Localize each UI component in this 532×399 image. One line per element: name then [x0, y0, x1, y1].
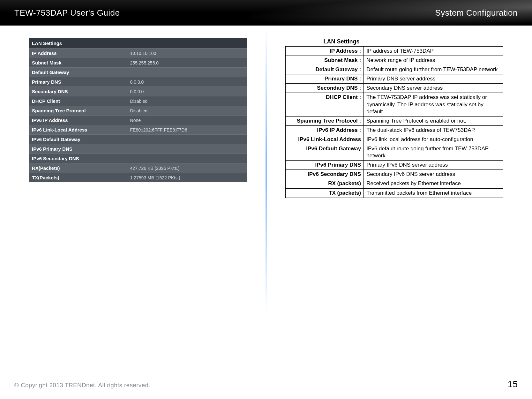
page-body: LAN Settings IP Address10.10.10.100Subne…	[0, 26, 532, 370]
lan-row-value: 255.255.255.0	[127, 58, 247, 68]
lan-row-value	[127, 135, 247, 144]
descriptions-title: LAN Settings	[324, 38, 504, 45]
left-column: LAN Settings IP Address10.10.10.100Subne…	[29, 38, 265, 370]
desc-row-value: Received packets by Ethernet interface	[364, 179, 503, 188]
desc-row-key: TX (packets)	[285, 188, 364, 198]
lan-row-value: Disabled	[127, 96, 247, 106]
lan-row-label: IPv6 IP Address	[29, 116, 127, 125]
desc-row: DHCP Client :The TEW-753DAP IP address w…	[285, 93, 503, 116]
lan-settings-panel: LAN Settings IP Address10.10.10.100Subne…	[29, 38, 247, 182]
desc-row-value: Network range of IP address	[364, 56, 503, 65]
desc-row-key: Spanning Tree Protocol :	[285, 116, 364, 125]
desc-row-value: Spanning Tree Protocol is enabled or not…	[364, 116, 503, 125]
lan-row-value: 1.27593 MB (1522 PKts.)	[127, 173, 247, 183]
lan-row: IPv6 Primary DNS	[29, 144, 247, 154]
lan-row: RX(Packets)427.726 KB (2395 PKts.)	[29, 163, 247, 173]
lan-row: Primary DNS0.0.0.0	[29, 77, 247, 87]
desc-row-key: IPv6 IP Address :	[285, 125, 364, 135]
lan-row-label: IPv6 Secondary DNS	[29, 154, 127, 163]
lan-row-value: None	[127, 116, 247, 125]
lan-row-value	[127, 154, 247, 163]
desc-row-key: IPv6 Secondary DNS	[285, 170, 364, 179]
desc-row-key: IPv6 Primary DNS	[285, 161, 364, 170]
lan-row-label: IP Address	[29, 49, 127, 58]
desc-row-key: Primary DNS :	[285, 74, 364, 84]
desc-row: IPv6 IP Address :The dual-stack IPv6 add…	[285, 125, 503, 135]
lan-row-label: Subnet Mask	[29, 58, 127, 68]
lan-row-value	[127, 68, 247, 77]
desc-row-value: The dual-stack IPv6 address of TEW753DAP…	[364, 125, 503, 135]
lan-row-label: IPv6 Primary DNS	[29, 144, 127, 154]
lan-row-value: FE80::202:6FFF:FEE8:F7D6	[127, 125, 247, 135]
desc-row: TX (packets)Transmitted packets from Eth…	[285, 188, 503, 198]
desc-row-key: IP Address :	[285, 47, 364, 56]
lan-row: IPv6 Link-Local AddressFE80::202:6FFF:FE…	[29, 125, 247, 135]
lan-row-value: 427.726 KB (2395 PKts.)	[127, 163, 247, 173]
lan-row-label: Spanning Tree Protocol	[29, 106, 127, 116]
lan-row-label: RX(Packets)	[29, 163, 127, 173]
copyright: © Copyright 2013 TRENDnet. All rights re…	[14, 382, 150, 389]
lan-row-label: Secondary DNS	[29, 87, 127, 96]
desc-row-value: IP address of TEW-753DAP	[364, 47, 503, 56]
page-number: 15	[508, 379, 518, 389]
desc-row-key: DHCP Client :	[285, 93, 364, 116]
lan-row-label: DHCP Client	[29, 96, 127, 106]
lan-row: Subnet Mask255.255.255.0	[29, 58, 247, 68]
desc-row-value: Primary IPv6 DNS server address	[364, 161, 503, 170]
desc-row: Secondary DNS :Secondary DNS server addr…	[285, 84, 503, 93]
desc-row-value: Secondary DNS server address	[364, 84, 503, 93]
doc-title: TEW-753DAP User's Guide	[14, 8, 120, 18]
desc-row-key: Default Gateway :	[285, 65, 364, 74]
lan-row-value: Disabled	[127, 106, 247, 116]
desc-row-key: Subnet Mask :	[285, 56, 364, 65]
desc-row: IP Address :IP address of TEW-753DAP	[285, 47, 503, 56]
lan-row: TX(Packets)1.27593 MB (1522 PKts.)	[29, 173, 247, 183]
desc-row-value: IPv6 default route going further from TE…	[364, 144, 503, 161]
page-footer: © Copyright 2013 TRENDnet. All rights re…	[14, 377, 518, 389]
desc-row-key: IPv6 Link-Local Address	[285, 135, 364, 144]
lan-row: Spanning Tree ProtocolDisabled	[29, 106, 247, 116]
lan-row-label: IPv6 Link-Local Address	[29, 125, 127, 135]
desc-row: Primary DNS :Primary DNS server address	[285, 74, 503, 84]
lan-row: IPv6 Secondary DNS	[29, 154, 247, 163]
lan-row-label: IPv6 Default Gateway	[29, 135, 127, 144]
section-title: System Configuration	[435, 8, 518, 18]
desc-row: IPv6 Primary DNSPrimary IPv6 DNS server …	[285, 161, 503, 170]
desc-row: Subnet Mask :Network range of IP address	[285, 56, 503, 65]
lan-row-value	[127, 144, 247, 154]
desc-row: Spanning Tree Protocol :Spanning Tree Pr…	[285, 116, 503, 125]
desc-row: IPv6 Secondary DNSSecondary IPv6 DNS ser…	[285, 170, 503, 179]
desc-row-value: Transmitted packets from Ethernet interf…	[364, 188, 503, 198]
desc-row-value: Primary DNS server address	[364, 74, 503, 84]
lan-row: Secondary DNS0.0.0.0	[29, 87, 247, 96]
desc-row: Default Gateway :Default route going fur…	[285, 65, 503, 74]
lan-row-value: 0.0.0.0	[127, 77, 247, 87]
lan-row-label: Primary DNS	[29, 77, 127, 87]
desc-row-key: RX (packets)	[285, 179, 364, 188]
lan-row-label: TX(Packets)	[29, 173, 127, 183]
lan-row: DHCP ClientDisabled	[29, 96, 247, 106]
lan-row: IP Address10.10.10.100	[29, 49, 247, 58]
lan-row-label: Default Gateway	[29, 68, 127, 77]
lan-row-value: 10.10.10.100	[127, 49, 247, 58]
desc-row-key: IPv6 Default Gateway	[285, 144, 364, 161]
right-column: LAN Settings IP Address :IP address of T…	[265, 38, 504, 370]
desc-row-value: The TEW-753DAP IP address was set static…	[364, 93, 503, 116]
lan-row: IPv6 Default Gateway	[29, 135, 247, 144]
lan-row: Default Gateway	[29, 68, 247, 77]
descriptions-table: IP Address :IP address of TEW-753DAPSubn…	[285, 46, 504, 198]
desc-row: IPv6 Link-Local AddressIPv6 link local a…	[285, 135, 503, 144]
page-header: TEW-753DAP User's Guide System Configura…	[0, 0, 532, 26]
lan-settings-title: LAN Settings	[29, 38, 247, 49]
desc-row: IPv6 Default GatewayIPv6 default route g…	[285, 144, 503, 161]
desc-row: RX (packets)Received packets by Ethernet…	[285, 179, 503, 188]
desc-row-value: Default route going further from TEW-753…	[364, 65, 503, 74]
desc-row-value: IPv6 link local address for auto-configu…	[364, 135, 503, 144]
lan-row-value: 0.0.0.0	[127, 87, 247, 96]
desc-row-key: Secondary DNS :	[285, 84, 364, 93]
lan-row: IPv6 IP AddressNone	[29, 116, 247, 125]
desc-row-value: Secondary IPv6 DNS server address	[364, 170, 503, 179]
